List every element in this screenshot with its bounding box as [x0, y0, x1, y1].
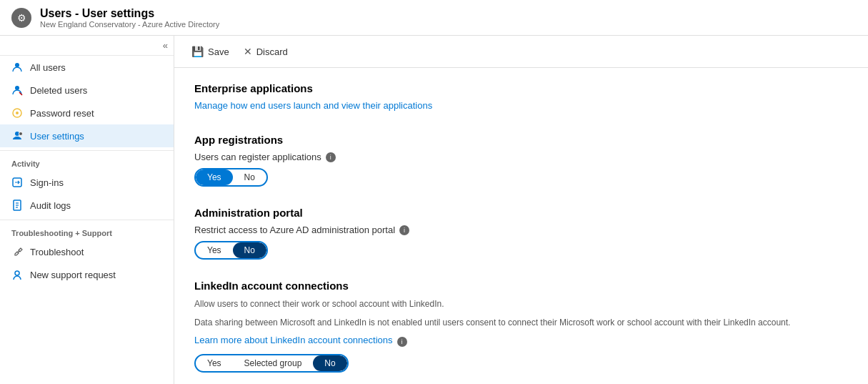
- app-registrations-title: App registrations: [194, 134, 848, 146]
- admin-portal-toggle: Yes No: [194, 241, 268, 260]
- app-registrations-toggle: Yes No: [194, 168, 268, 187]
- page-header: ⚙ Users - User settings New England Cons…: [0, 0, 868, 36]
- enterprise-apps-link[interactable]: Manage how end users launch and view the…: [194, 100, 432, 111]
- svg-point-0: [15, 63, 19, 67]
- sign-ins-icon: [11, 177, 23, 188]
- sidebar-item-user-settings[interactable]: User settings: [0, 124, 174, 147]
- admin-portal-info-icon[interactable]: i: [399, 225, 409, 235]
- linkedin-description-line1: Allow users to connect their work or sch…: [194, 297, 848, 310]
- sidebar-item-password-reset-label: Password reset: [30, 108, 94, 119]
- svg-point-5: [19, 132, 23, 136]
- save-button[interactable]: 💾 Save: [191, 43, 229, 60]
- main-layout: « All users Deleted users Password reset: [0, 36, 868, 384]
- header-icon: ⚙: [11, 8, 31, 28]
- password-reset-icon: [11, 107, 23, 119]
- admin-portal-field-label: Restrict access to Azure AD administrati…: [194, 225, 848, 235]
- sidebar-item-user-settings-label: User settings: [30, 131, 84, 142]
- sidebar-item-sign-ins-label: Sign-ins: [30, 177, 64, 188]
- sidebar-item-troubleshoot-label: Troubleshoot: [30, 247, 84, 257]
- app-registrations-info-icon[interactable]: i: [326, 152, 336, 162]
- page-subtitle: New England Conservatory - Azure Active …: [40, 20, 219, 29]
- linkedin-yes-button[interactable]: Yes: [196, 355, 233, 371]
- main-content: 💾 Save ✕ Discard Enterprise applications…: [174, 36, 868, 384]
- app-registrations-no-button[interactable]: No: [233, 169, 266, 185]
- discard-button[interactable]: ✕ Discard: [244, 43, 288, 60]
- section-activity-label: Activity: [0, 150, 174, 171]
- save-icon: 💾: [191, 46, 204, 57]
- linkedin-toggle: Yes Selected group No: [194, 354, 349, 373]
- content-body: Enterprise applications Manage how end u…: [174, 68, 868, 384]
- svg-point-4: [16, 112, 19, 114]
- enterprise-apps-section: Enterprise applications Manage how end u…: [194, 82, 848, 114]
- all-users-icon: [11, 61, 23, 73]
- troubleshoot-icon: [11, 246, 23, 257]
- sidebar-item-deleted-users[interactable]: Deleted users: [0, 79, 174, 102]
- deleted-users-icon: [11, 84, 23, 96]
- sidebar-item-audit-logs-label: Audit logs: [30, 200, 71, 211]
- sidebar-item-all-users-label: All users: [30, 62, 66, 73]
- app-registrations-yes-button[interactable]: Yes: [196, 169, 233, 185]
- toolbar: 💾 Save ✕ Discard: [174, 36, 868, 68]
- discard-label: Discard: [256, 46, 288, 57]
- sidebar-item-deleted-users-label: Deleted users: [30, 85, 87, 96]
- linkedin-title: LinkedIn account connections: [194, 280, 848, 292]
- linkedin-section: LinkedIn account connections Allow users…: [194, 280, 848, 373]
- linkedin-description-line2: Data sharing between Microsoft and Linke…: [194, 316, 848, 329]
- app-registrations-section: App registrations Users can register app…: [194, 134, 848, 187]
- sidebar-item-password-reset[interactable]: Password reset: [0, 102, 174, 124]
- collapse-button[interactable]: «: [0, 36, 174, 56]
- new-support-request-icon: [11, 269, 23, 280]
- sidebar-item-new-support-request[interactable]: New support request: [0, 263, 174, 286]
- admin-portal-section: Administration portal Restrict access to…: [194, 207, 848, 260]
- user-settings-icon: [11, 130, 23, 142]
- admin-portal-yes-button[interactable]: Yes: [196, 242, 233, 258]
- svg-point-1: [15, 86, 19, 90]
- sidebar-item-troubleshoot[interactable]: Troubleshoot: [0, 240, 174, 263]
- admin-portal-no-button[interactable]: No: [233, 242, 266, 258]
- sidebar: « All users Deleted users Password reset: [0, 36, 174, 384]
- linkedin-info-icon[interactable]: i: [397, 337, 407, 347]
- enterprise-apps-title: Enterprise applications: [194, 82, 848, 94]
- linkedin-selected-group-button[interactable]: Selected group: [233, 355, 314, 371]
- admin-portal-title: Administration portal: [194, 207, 848, 219]
- save-label: Save: [208, 46, 229, 57]
- svg-point-11: [15, 271, 19, 275]
- linkedin-learn-more-link[interactable]: Learn more about LinkedIn account connec…: [194, 335, 393, 345]
- sidebar-item-sign-ins[interactable]: Sign-ins: [0, 171, 174, 194]
- page-title: Users - User settings: [40, 7, 219, 20]
- section-troubleshooting-label: Troubleshooting + Support: [0, 220, 174, 240]
- sidebar-item-new-support-request-label: New support request: [30, 270, 116, 280]
- app-registrations-field-label: Users can register applications i: [194, 152, 848, 162]
- audit-logs-icon: [11, 200, 23, 211]
- header-title-block: Users - User settings New England Conser…: [40, 7, 219, 29]
- discard-icon: ✕: [244, 46, 252, 57]
- sidebar-item-all-users[interactable]: All users: [0, 56, 174, 79]
- sidebar-item-audit-logs[interactable]: Audit logs: [0, 194, 174, 217]
- linkedin-no-button[interactable]: No: [313, 355, 346, 371]
